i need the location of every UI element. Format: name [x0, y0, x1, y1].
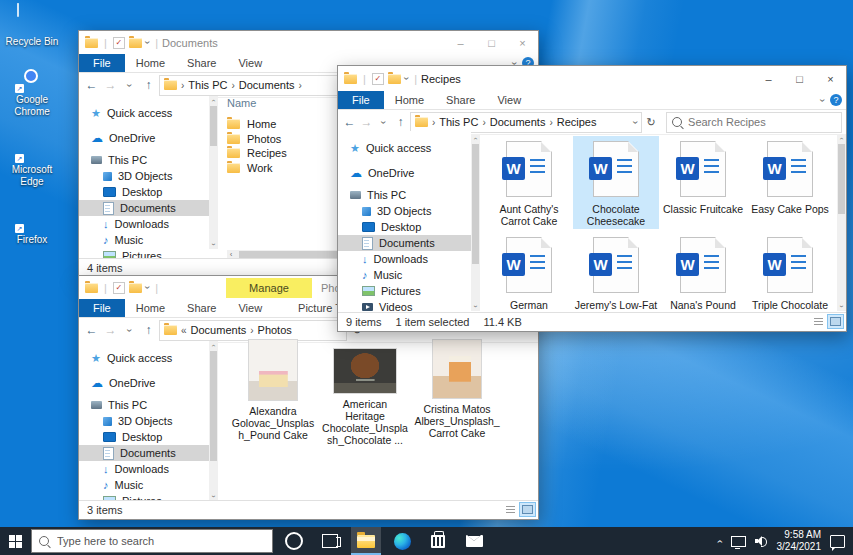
breadcrumb-this-pc[interactable]: This PC	[188, 79, 227, 91]
tab-home[interactable]: Home	[384, 91, 435, 109]
close-button[interactable]: ×	[815, 66, 846, 91]
file-tile[interactable]: W Aunt Cathy's Carrot Cake	[486, 136, 572, 229]
content-scrollbar[interactable]: › ›	[837, 134, 846, 311]
breadcrumb-overflow-chevron[interactable]: «	[181, 325, 187, 336]
taskbar-store[interactable]	[423, 527, 453, 555]
desktop-icon-recycle-bin[interactable]: Recycle Bin	[1, 4, 63, 48]
show-hidden-icons-chevron[interactable]: ›	[714, 539, 725, 542]
desktop-icon-edge[interactable]: ↗ Microsoft Edge	[1, 132, 63, 188]
sidebar-item-quick-access[interactable]: ★Quick access	[79, 350, 209, 366]
sidebar-item-this-pc[interactable]: This PC	[79, 152, 209, 168]
sidebar-scrollbar[interactable]: › ›	[209, 341, 218, 501]
photo-tile[interactable]: Cristina Matos Albers_Unsplash_Carrot Ca…	[413, 340, 501, 446]
taskbar-search[interactable]	[31, 529, 273, 553]
sidebar-item-desktop[interactable]: Desktop	[79, 429, 209, 445]
sidebar-item-videos[interactable]: Videos	[338, 299, 471, 313]
back-button[interactable]: ←	[83, 78, 100, 92]
sidebar-item-desktop[interactable]: Desktop	[79, 184, 209, 200]
sidebar-scrollbar[interactable]: › ›	[209, 96, 218, 249]
sidebar-item-music[interactable]: ♪Music	[79, 477, 209, 493]
tab-view[interactable]: View	[486, 91, 532, 109]
tab-file[interactable]: File	[79, 299, 125, 317]
forward-button[interactable]: →	[359, 115, 374, 129]
qat-folder-icon[interactable]	[388, 74, 401, 84]
qat-customize-chevron-icon[interactable]: ›	[401, 77, 412, 80]
sidebar-item-music[interactable]: ♪Music	[338, 267, 471, 283]
sidebar-item-downloads[interactable]: ↓Downloads	[79, 461, 209, 477]
qat-customize-chevron-icon[interactable]: ›	[142, 286, 153, 289]
tab-share[interactable]: Share	[176, 299, 227, 317]
sidebar-item-downloads[interactable]: ↓Downloads	[338, 251, 471, 267]
sidebar-item-downloads[interactable]: ↓Downloads	[79, 216, 209, 232]
photo-tile[interactable]: Alexandra Golovac_Unsplash_Pound Cake	[229, 340, 317, 446]
sidebar-item-this-pc[interactable]: This PC	[79, 397, 209, 413]
sidebar-scrollbar[interactable]: › ›	[471, 134, 480, 311]
folder-row-work[interactable]: Work	[227, 161, 287, 175]
breadcrumb-recipes[interactable]: Recipes	[557, 116, 597, 128]
qat-customize-chevron-icon[interactable]: ›	[142, 41, 153, 44]
manage-badge[interactable]: Manage	[226, 278, 312, 298]
titlebar[interactable]: | ✓ ›| Documents – □ ×	[79, 31, 538, 54]
tab-home[interactable]: Home	[125, 299, 176, 317]
sidebar-item-this-pc[interactable]: This PC	[338, 187, 471, 203]
refresh-icon[interactable]: ↻	[644, 116, 658, 129]
start-button[interactable]	[0, 527, 30, 555]
breadcrumb-documents[interactable]: Documents	[239, 79, 295, 91]
column-header-name[interactable]: Name	[227, 97, 287, 109]
file-tile[interactable]: W Classic Fruitcake	[660, 136, 746, 229]
sidebar-item-music[interactable]: ♪Music	[79, 232, 209, 248]
taskbar-file-explorer[interactable]	[351, 527, 381, 555]
taskbar-mail[interactable]	[459, 527, 489, 555]
recent-locations-chevron-icon[interactable]: ›	[376, 115, 391, 129]
folder-row-home[interactable]: Home	[227, 117, 287, 131]
sidebar-item-onedrive[interactable]: ☁OneDrive	[79, 375, 209, 391]
back-button[interactable]: ←	[342, 115, 357, 129]
qat-folder-icon[interactable]	[129, 38, 142, 48]
maximize-button[interactable]: □	[784, 66, 815, 91]
folder-row-photos[interactable]: Photos	[227, 132, 287, 146]
file-tile-selected[interactable]: W Chocolate Cheesecake	[573, 136, 659, 229]
address-bar[interactable]: › This PC › Documents › ›	[159, 75, 359, 96]
forward-button[interactable]: →	[102, 323, 119, 337]
photo-tile[interactable]: American Heritage Chocolate_Unsplash_Cho…	[321, 340, 409, 446]
up-button[interactable]: ↑	[140, 78, 157, 92]
recent-locations-chevron-icon[interactable]: ›	[121, 78, 138, 92]
forward-button[interactable]: →	[102, 78, 119, 92]
tab-file[interactable]: File	[79, 54, 125, 72]
sidebar-item-documents[interactable]: Documents	[79, 200, 209, 216]
breadcrumb-photos[interactable]: Photos	[258, 324, 292, 336]
tab-view[interactable]: View	[227, 54, 273, 72]
qat-check-icon[interactable]: ✓	[113, 282, 125, 294]
sidebar-item-desktop[interactable]: Desktop	[338, 219, 471, 235]
sidebar-item-onedrive[interactable]: ☁OneDrive	[338, 165, 471, 181]
back-button[interactable]: ←	[83, 323, 100, 337]
qat-folder-icon[interactable]	[129, 283, 142, 293]
file-tile[interactable]: W Easy Cake Pops	[747, 136, 833, 229]
tab-file[interactable]: File	[338, 91, 384, 109]
sidebar-item-3d-objects[interactable]: 3D Objects	[79, 413, 209, 429]
cortana-button[interactable]	[279, 527, 309, 555]
tab-home[interactable]: Home	[125, 54, 176, 72]
sidebar-item-3d-objects[interactable]: 3D Objects	[338, 203, 471, 219]
address-bar[interactable]: › This PC › Documents › Recipes ›	[410, 112, 642, 133]
breadcrumb-this-pc[interactable]: This PC	[439, 116, 478, 128]
search-input[interactable]	[686, 115, 836, 129]
network-icon[interactable]	[731, 536, 746, 547]
taskbar-search-input[interactable]	[55, 534, 265, 548]
maximize-button[interactable]: □	[476, 31, 507, 54]
help-icon[interactable]: ?	[830, 94, 842, 106]
folder-row-recipes[interactable]: Recipes	[227, 146, 287, 160]
sidebar-item-3d-objects[interactable]: 3D Objects	[79, 168, 209, 184]
thumbnail-view-button[interactable]	[520, 503, 535, 516]
up-button[interactable]: ↑	[140, 323, 157, 337]
recent-locations-chevron-icon[interactable]: ›	[121, 323, 138, 337]
taskbar-edge[interactable]	[387, 527, 417, 555]
address-bar[interactable]: « Documents › Photos ›	[159, 320, 347, 341]
minimize-button[interactable]: –	[445, 31, 476, 54]
up-button[interactable]: ↑	[393, 115, 408, 129]
minimize-button[interactable]: –	[753, 66, 784, 91]
details-view-button[interactable]	[503, 503, 518, 516]
sidebar-item-pictures[interactable]: Pictures	[338, 283, 471, 299]
breadcrumb-documents[interactable]: Documents	[490, 116, 546, 128]
sidebar-item-onedrive[interactable]: ☁OneDrive	[79, 130, 209, 146]
